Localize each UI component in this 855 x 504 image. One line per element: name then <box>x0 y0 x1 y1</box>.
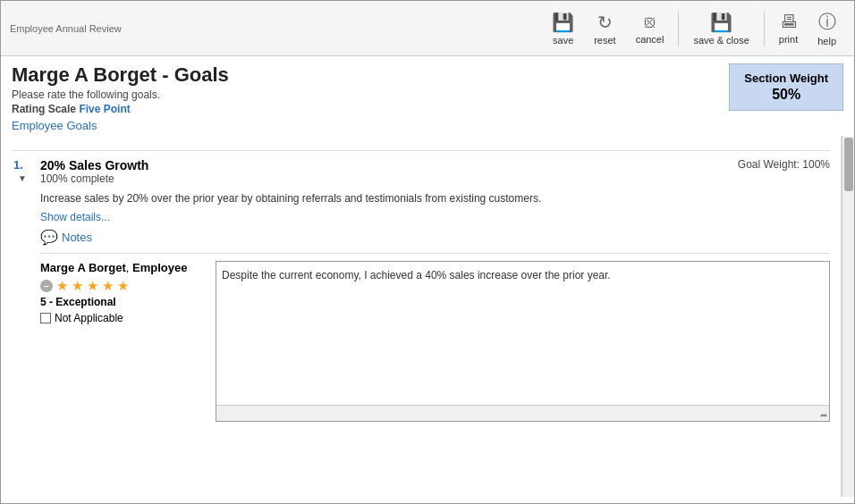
main-content: 1. ▼ 20% Sales Growth 100% complete Goal… <box>1 136 854 497</box>
goal-header: 20% Sales Growth 100% complete Goal Weig… <box>40 158 830 185</box>
scrollbar-area <box>842 136 854 497</box>
resize-handle-icon: ➦ <box>820 410 827 420</box>
comment-footer: ➦ <box>216 405 829 421</box>
rating-scale-link[interactable]: Five Point <box>79 103 130 115</box>
goal-item: 1. ▼ 20% Sales Growth 100% complete Goal… <box>12 158 830 422</box>
stars-row: − ★ ★ ★ ★ ★ <box>40 278 201 294</box>
goal-description: Increase sales by 20% over the prior yea… <box>40 190 830 206</box>
scrollbar-thumb[interactable] <box>844 138 853 191</box>
star-3[interactable]: ★ <box>87 278 98 294</box>
toolbar-divider-1 <box>678 11 679 46</box>
toolbar-actions: 💾 save ↻ reset ⦻ cancel 💾 save & close 🖶… <box>543 6 845 50</box>
goal-weight: Goal Weight: 100% <box>738 158 830 171</box>
not-applicable-row: Not Applicable <box>40 312 201 324</box>
star-4[interactable]: ★ <box>102 278 114 294</box>
not-applicable-label: Not Applicable <box>55 312 123 324</box>
rating-scale: Rating Scale Five Point <box>12 103 229 115</box>
goal-dropdown-arrow[interactable]: ▼ <box>18 173 27 183</box>
notes-section: 💬 Notes <box>40 229 830 246</box>
goal-body: 20% Sales Growth 100% complete Goal Weig… <box>40 158 830 422</box>
reviewer-info: Marge A Borget, Employee − ★ ★ ★ ★ ★ 5 -… <box>40 261 201 422</box>
goal-title-area: 20% Sales Growth 100% complete <box>40 158 148 185</box>
rating-label: 5 - Exceptional <box>40 296 201 308</box>
cancel-icon: ⦻ <box>641 12 659 32</box>
show-details-link[interactable]: Show details... <box>40 211 110 223</box>
reset-icon: ↻ <box>597 12 613 33</box>
toolbar: Employee Annual Review 💾 save ↻ reset ⦻ … <box>1 1 854 56</box>
save-icon: 💾 <box>552 12 574 33</box>
section-weight-box: Section Weight 50% <box>729 63 843 111</box>
breadcrumb: Employee Annual Review <box>10 23 122 34</box>
header-section: Marge A Borget - Goals Please rate the f… <box>1 56 854 136</box>
section-weight-value: 50% <box>744 87 828 103</box>
not-applicable-checkbox[interactable] <box>40 313 51 323</box>
subtitle: Please rate the following goals. <box>12 88 229 101</box>
print-button[interactable]: 🖶 print <box>770 8 807 48</box>
star-1[interactable]: ★ <box>56 278 68 294</box>
star-5[interactable]: ★ <box>117 278 129 294</box>
header-left: Marge A Borget - Goals Please rate the f… <box>12 63 229 132</box>
save-button[interactable]: 💾 save <box>543 8 583 49</box>
goal-complete: 100% complete <box>40 172 148 185</box>
employee-goals-link[interactable]: Employee Goals <box>12 119 229 132</box>
minus-icon[interactable]: − <box>40 280 53 292</box>
review-divider <box>40 253 830 254</box>
help-button[interactable]: ⓘ help <box>808 6 845 50</box>
page-title: Marge A Borget - Goals <box>12 63 229 87</box>
reviewer-name: Marge A Borget, Employee <box>40 261 201 274</box>
save-close-icon: 💾 <box>710 12 732 33</box>
toolbar-divider-2 <box>764 11 765 46</box>
cancel-button[interactable]: ⦻ cancel <box>627 8 673 48</box>
reset-button[interactable]: ↻ reset <box>585 8 624 49</box>
notes-icon: 💬 <box>40 229 58 246</box>
divider <box>12 150 830 151</box>
goal-title: 20% Sales Growth <box>40 158 148 172</box>
save-close-button[interactable]: 💾 save & close <box>684 8 758 49</box>
star-2[interactable]: ★ <box>72 278 83 294</box>
content-area: 1. ▼ 20% Sales Growth 100% complete Goal… <box>1 136 842 497</box>
comment-textarea[interactable] <box>216 262 829 405</box>
goal-number: 1. ▼ <box>12 158 33 422</box>
help-icon: ⓘ <box>818 10 836 34</box>
notes-link[interactable]: Notes <box>62 231 92 244</box>
review-section: Marge A Borget, Employee − ★ ★ ★ ★ ★ 5 -… <box>40 261 830 422</box>
print-icon: 🖶 <box>780 12 798 32</box>
section-weight-label: Section Weight <box>744 71 828 85</box>
comment-box: ➦ <box>216 261 830 422</box>
